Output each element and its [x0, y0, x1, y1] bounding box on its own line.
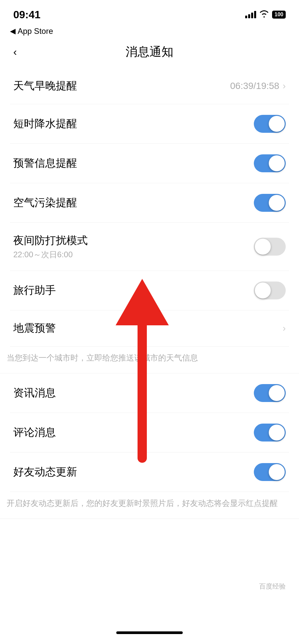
- status-icons: 100: [245, 10, 286, 19]
- weather-reminder-label: 天气早晚提醒: [13, 79, 77, 93]
- signal-icon: [245, 11, 256, 18]
- air-pollution-right[interactable]: [254, 194, 286, 212]
- weather-reminder-item[interactable]: 天气早晚提醒 06:39/19:58 ›: [10, 68, 289, 104]
- travel-assistant-item[interactable]: 旅行助手: [10, 271, 289, 310]
- air-pollution-label-group: 空气污染提醒: [13, 196, 77, 210]
- comment-message-label: 评论消息: [13, 425, 56, 440]
- weather-reminder-value: 06:39/19:58: [230, 81, 279, 91]
- travel-assistant-label: 旅行助手: [13, 283, 56, 298]
- rain-reminder-right[interactable]: [254, 115, 286, 133]
- back-button[interactable]: ‹: [13, 46, 17, 58]
- travel-assistant-toggle-knob: [255, 282, 271, 298]
- news-message-right[interactable]: [254, 384, 286, 402]
- news-message-label: 资讯消息: [13, 386, 56, 400]
- friend-update-label: 好友动态更新: [13, 465, 77, 479]
- home-indicator: [116, 631, 183, 634]
- warning-reminder-item[interactable]: 预警信息提醒: [10, 144, 289, 183]
- app-store-nav[interactable]: ◀ App Store: [0, 27, 299, 39]
- settings-list-2: 资讯消息 评论消息 好友动态更新: [0, 373, 299, 492]
- news-message-label-group: 资讯消息: [13, 386, 56, 400]
- rain-reminder-toggle-knob: [269, 116, 285, 132]
- friend-update-right[interactable]: [254, 463, 286, 481]
- rain-reminder-label: 短时降水提醒: [13, 117, 77, 131]
- night-dnd-right[interactable]: [254, 238, 286, 256]
- air-pollution-toggle-knob: [269, 195, 285, 211]
- comment-message-toggle-knob: [269, 425, 285, 441]
- air-pollution-label: 空气污染提醒: [13, 196, 77, 210]
- rain-reminder-toggle[interactable]: [254, 115, 286, 133]
- status-bar: 09:41 100: [0, 0, 299, 27]
- earthquake-warning-right: ›: [283, 323, 286, 334]
- air-pollution-item[interactable]: 空气污染提醒: [10, 183, 289, 223]
- page-header: ‹ 消息通知: [0, 39, 299, 68]
- earthquake-warning-chevron-icon: ›: [283, 323, 286, 334]
- weather-reminder-right: 06:39/19:58 ›: [230, 81, 286, 91]
- weather-reminder-chevron-icon: ›: [283, 81, 286, 91]
- settings-list: 天气早晚提醒 06:39/19:58 › 短时降水提醒 预警信息提醒: [0, 68, 299, 347]
- comment-message-label-group: 评论消息: [13, 425, 56, 440]
- earthquake-warning-item[interactable]: 地震预警 ›: [10, 310, 289, 347]
- comment-message-right[interactable]: [254, 424, 286, 442]
- battery-icon: 100: [272, 11, 286, 19]
- comment-message-item[interactable]: 评论消息: [10, 413, 289, 452]
- page-title: 消息通知: [126, 44, 173, 60]
- rain-reminder-item[interactable]: 短时降水提醒: [10, 104, 289, 144]
- travel-assistant-label-group: 旅行助手: [13, 283, 56, 298]
- news-message-toggle[interactable]: [254, 384, 286, 402]
- friend-update-item[interactable]: 好友动态更新: [10, 452, 289, 492]
- night-dnd-label-group: 夜间防打扰模式 22:00～次日6:00: [13, 233, 88, 260]
- status-time: 09:41: [13, 9, 41, 21]
- wifi-icon: [259, 10, 269, 19]
- night-dnd-toggle-knob: [255, 239, 271, 255]
- friend-update-toggle-knob: [269, 464, 285, 480]
- news-message-toggle-knob: [269, 385, 285, 401]
- friend-update-toggle[interactable]: [254, 463, 286, 481]
- watermark: 百度经验: [259, 582, 286, 591]
- rain-reminder-label-group: 短时降水提醒: [13, 117, 77, 131]
- warning-reminder-label: 预警信息提醒: [13, 156, 77, 171]
- earthquake-warning-label-group: 地震预警: [13, 321, 56, 336]
- travel-assistant-right[interactable]: [254, 282, 286, 299]
- night-dnd-toggle[interactable]: [254, 238, 286, 256]
- air-pollution-toggle[interactable]: [254, 194, 286, 212]
- travel-assistant-toggle[interactable]: [254, 282, 286, 299]
- warning-reminder-right[interactable]: [254, 154, 286, 172]
- friend-update-label-group: 好友动态更新: [13, 465, 77, 479]
- night-dnd-label: 夜间防打扰模式: [13, 233, 88, 248]
- back-to-appstore-icon: ◀: [10, 27, 16, 36]
- night-dnd-item[interactable]: 夜间防打扰模式 22:00～次日6:00: [10, 223, 289, 271]
- night-dnd-sublabel: 22:00～次日6:00: [13, 249, 88, 260]
- travel-description: 当您到达一个城市时，立即给您推送该城市的天气信息: [0, 347, 299, 373]
- earthquake-warning-label: 地震预警: [13, 321, 56, 336]
- warning-reminder-toggle-knob: [269, 155, 285, 171]
- warning-reminder-label-group: 预警信息提醒: [13, 156, 77, 171]
- comment-message-toggle[interactable]: [254, 424, 286, 442]
- news-message-item[interactable]: 资讯消息: [10, 373, 289, 413]
- friend-update-description: 开启好友动态更新后，您的好友更新时景照片后，好友动态将会显示红点提醒: [0, 492, 299, 519]
- weather-reminder-label-group: 天气早晚提醒: [13, 79, 77, 93]
- app-store-label: App Store: [18, 27, 53, 36]
- warning-reminder-toggle[interactable]: [254, 154, 286, 172]
